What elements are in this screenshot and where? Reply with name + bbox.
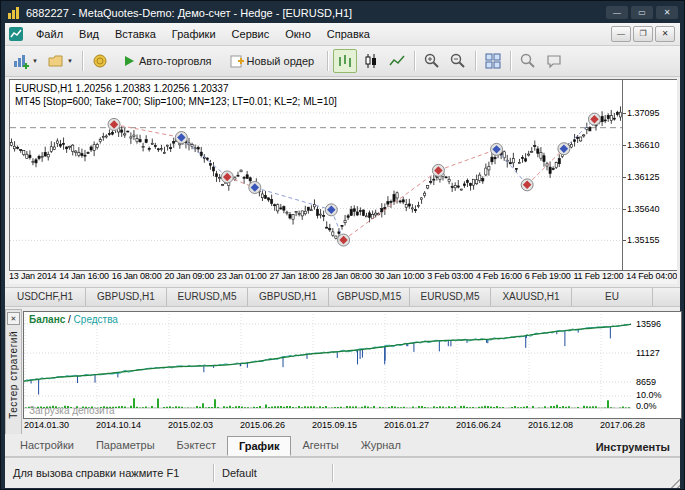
ohlc-bars-icon xyxy=(337,53,353,69)
window-controls: — ▭ ✕ xyxy=(606,6,678,19)
line-mode-button[interactable] xyxy=(385,49,409,73)
tester-time-label-0: 2014.01.30 xyxy=(24,420,69,430)
toolbox-label[interactable]: Инструменты xyxy=(586,438,680,456)
new-order-label: Новый ордер xyxy=(247,55,315,67)
zoom-out-icon xyxy=(450,53,466,69)
child-minimize-button[interactable]: — xyxy=(611,26,631,42)
chart-tab-1[interactable]: GBPUSD,H1 xyxy=(86,288,167,306)
child-close-button[interactable]: ✕ xyxy=(655,26,675,42)
search-button[interactable] xyxy=(516,49,540,73)
menu-items: ФайлВидВставкаГрафикиСервисОкноСправка xyxy=(28,25,611,43)
tester-time-label-1: 2014.10.14 xyxy=(96,420,141,430)
resize-grip[interactable] xyxy=(667,475,680,488)
profiles-button[interactable]: ▼ xyxy=(44,49,77,73)
chart-tab-2[interactable]: EURUSD,M5 xyxy=(167,288,248,306)
application-window: 6882227 - MetaQuotes-Demo: Демо-счет - H… xyxy=(0,0,685,490)
tester-time-label-4: 2015.09.15 xyxy=(312,420,357,430)
tester-time-label-2: 2015.02.03 xyxy=(168,420,213,430)
menu-item-6[interactable]: Справка xyxy=(319,25,378,43)
child-restore-button[interactable]: ❐ xyxy=(633,26,653,42)
tester-time-label-6: 2016.06.24 xyxy=(456,420,501,430)
tester-value-label-0: 13596 xyxy=(636,319,661,329)
profiles-folder-icon xyxy=(48,53,64,69)
menu-item-0[interactable]: Файл xyxy=(28,25,71,43)
menu-item-3[interactable]: Графики xyxy=(164,25,224,43)
chart-tab-5[interactable]: EURUSD,M5 xyxy=(410,288,491,306)
time-label-6: 28 Jan 08:00 xyxy=(322,271,372,284)
tester-tab-3[interactable]: График xyxy=(227,436,292,456)
new-chart-button[interactable]: ▼ xyxy=(9,49,42,73)
chart-tab-6[interactable]: XAUUSD,H1 xyxy=(491,288,572,306)
chat-button[interactable] xyxy=(542,49,566,73)
price-label-4: 1.35155 xyxy=(627,235,660,245)
zoom-out-button[interactable] xyxy=(446,49,470,73)
zoom-in-icon xyxy=(424,53,440,69)
minimize-button[interactable]: — xyxy=(606,6,628,19)
autotrade-button[interactable]: Авто-торговля xyxy=(114,49,220,73)
tester-tab-4[interactable]: Агенты xyxy=(291,436,349,456)
candles-icon xyxy=(363,53,379,69)
status-profile[interactable]: Default xyxy=(214,464,333,482)
zoom-in-button[interactable] xyxy=(420,49,444,73)
price-label-1: 1.36610 xyxy=(627,140,660,150)
new-order-icon xyxy=(230,54,244,68)
menu-item-4[interactable]: Сервис xyxy=(224,25,278,43)
price-label-3: 1.35640 xyxy=(627,204,660,214)
tester-time-label-8: 2017.06.28 xyxy=(600,420,645,430)
child-window-controls: — ❐ ✕ xyxy=(611,26,675,42)
line-chart-icon xyxy=(389,53,405,69)
time-label-10: 6 Feb 19:00 xyxy=(525,271,571,284)
tester-tab-0[interactable]: Настройки xyxy=(9,436,85,456)
chevron-down-icon: ▼ xyxy=(67,58,73,64)
candlestick-chart[interactable] xyxy=(10,80,622,270)
chart-tab-0[interactable]: USDCHF,H1 xyxy=(5,288,86,306)
symbols-button[interactable] xyxy=(88,49,112,73)
toolbar-separator xyxy=(327,51,328,71)
tester-graph-panel[interactable]: Баланс / Средства Загрузка депозита 1359… xyxy=(23,311,682,419)
terminal-icon[interactable] xyxy=(8,26,24,42)
time-label-9: 4 Feb 16:00 xyxy=(476,271,522,284)
tile-windows-button[interactable] xyxy=(481,49,505,73)
menu-item-1[interactable]: Вид xyxy=(71,25,107,43)
candlestick-mode-button[interactable] xyxy=(359,49,383,73)
close-button[interactable]: ✕ xyxy=(656,6,678,19)
tester-percent-label-1: 0.0% xyxy=(636,401,657,411)
chart-tab-4[interactable]: GBPUSD,M15 xyxy=(329,288,410,306)
time-label-5: 27 Jan 18:00 xyxy=(270,271,320,284)
tile-windows-icon xyxy=(485,53,501,69)
time-label-0: 13 Jan 2014 xyxy=(9,271,56,284)
chart-tab-3[interactable]: GBPUSD,H1 xyxy=(248,288,329,306)
toolbar-separator xyxy=(475,51,476,71)
tester-tab-1[interactable]: Параметры xyxy=(85,436,166,456)
time-label-3: 20 Jan 09:00 xyxy=(164,271,214,284)
tester-tab-5[interactable]: Журнал xyxy=(350,436,412,456)
tester-value-label-1: 11127 xyxy=(636,348,660,358)
tester-time-label-5: 2016.01.27 xyxy=(384,420,429,430)
app-icon xyxy=(7,6,21,20)
menu-item-5[interactable]: Окно xyxy=(277,25,319,43)
status-bar: Для вызова справки нажмите F1 Default xyxy=(5,457,680,488)
menu-item-2[interactable]: Вставка xyxy=(107,25,164,43)
time-axis[interactable]: 13 Jan 201414 Jan 16:0016 Jan 08:0020 Ja… xyxy=(9,271,677,284)
new-order-button[interactable]: Новый ордер xyxy=(222,49,323,73)
bar-chart-mode-button[interactable] xyxy=(333,49,357,73)
chat-bubble-icon xyxy=(546,53,562,69)
tester-tab-2[interactable]: Бэктест xyxy=(166,436,227,456)
tester-time-label-3: 2015.06.26 xyxy=(240,420,285,430)
tester-time-label-7: 2016.12.08 xyxy=(528,420,573,430)
tester-close-icon[interactable]: ✕ xyxy=(7,312,20,325)
chart-tabs-bar: USDCHF,H1GBPUSD,H1EURUSD,M5GBPUSD,H1GBPU… xyxy=(5,287,680,307)
toolbar-separator xyxy=(414,51,415,71)
tester-time-axis: 2014.01.302014.10.142015.02.032015.06.26… xyxy=(23,420,680,432)
tester-value-label-2: 8659 xyxy=(636,377,656,387)
tester-tabs: НастройкиПараметрыБэктестГрафикАгентыЖур… xyxy=(9,436,412,456)
maximize-button[interactable]: ▭ xyxy=(631,6,653,19)
title-bar[interactable]: 6882227 - MetaQuotes-Demo: Демо-счет - H… xyxy=(5,3,680,22)
tester-tabs-bar: НастройкиПараметрыБэктестГрафикАгентыЖур… xyxy=(5,434,680,457)
toolbar: ▼ ▼ Авто-торговля Новый ордер xyxy=(5,46,680,77)
new-chart-icon xyxy=(13,53,29,69)
chart-window[interactable]: EURUSD,H1 1.20256 1.20383 1.20256 1.2033… xyxy=(9,79,677,271)
menu-bar: ФайлВидВставкаГрафикиСервисОкноСправка —… xyxy=(5,23,680,46)
price-axis[interactable]: 1.370951.366101.361251.356401.35155 xyxy=(622,80,677,270)
chart-tab-7[interactable]: EU xyxy=(572,288,653,306)
